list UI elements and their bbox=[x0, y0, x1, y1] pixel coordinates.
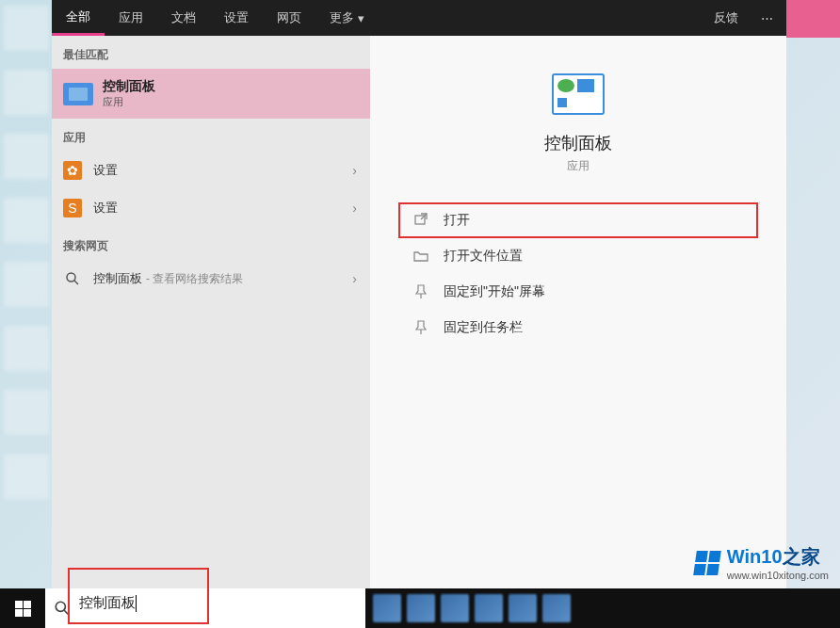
action-open-location-label: 打开文件位置 bbox=[444, 248, 523, 265]
desktop-icons-column bbox=[0, 0, 52, 584]
action-list: 打开 打开文件位置 固定到"开始"屏幕 固定到任务栏 bbox=[370, 174, 786, 346]
search-icon bbox=[63, 269, 82, 288]
search-input[interactable]: 控制面板 bbox=[79, 594, 365, 622]
chevron-right-icon: › bbox=[352, 201, 357, 216]
action-pin-taskbar[interactable]: 固定到任务栏 bbox=[398, 310, 758, 346]
taskbar-app-icon[interactable] bbox=[441, 594, 469, 622]
more-options-icon[interactable]: ⋯ bbox=[750, 11, 786, 25]
pin-icon bbox=[412, 320, 430, 335]
results-column: 最佳匹配 控制面板 应用 应用 ✿ 设置 › S 设置 › 搜索网页 控制面板 … bbox=[52, 36, 370, 591]
desktop-icon[interactable] bbox=[4, 198, 49, 243]
taskbar-pinned-apps bbox=[373, 588, 571, 628]
watermark-url: www.win10xitong.com bbox=[727, 570, 829, 581]
detail-title: 控制面板 bbox=[544, 132, 612, 154]
desktop-icon[interactable] bbox=[4, 6, 49, 51]
taskbar-app-icon[interactable] bbox=[373, 594, 401, 622]
gear-icon: ✿ bbox=[63, 161, 82, 180]
tab-documents[interactable]: 文档 bbox=[157, 0, 210, 36]
search-input-value: 控制面板 bbox=[79, 594, 136, 610]
web-result-item[interactable]: 控制面板 - 查看网络搜索结果 › bbox=[52, 260, 370, 298]
desktop-icon[interactable] bbox=[4, 134, 49, 179]
search-icon bbox=[45, 600, 79, 617]
svg-line-1 bbox=[74, 281, 78, 284]
open-icon bbox=[412, 213, 430, 228]
desktop-icon[interactable] bbox=[4, 454, 49, 499]
windows-logo-icon bbox=[693, 551, 721, 575]
taskbar-app-icon[interactable] bbox=[475, 594, 503, 622]
svg-point-4 bbox=[56, 602, 65, 611]
detail-column: 控制面板 应用 打开 打开文件位置 固定到"开始"屏幕 固定到任务栏 bbox=[370, 36, 786, 591]
svg-line-5 bbox=[64, 610, 69, 615]
section-web: 搜索网页 bbox=[52, 227, 370, 260]
app-result-item[interactable]: S 设置 › bbox=[52, 189, 370, 227]
best-match-title: 控制面板 bbox=[103, 78, 155, 95]
desktop-decoration bbox=[783, 0, 840, 38]
tab-apps[interactable]: 应用 bbox=[105, 0, 157, 36]
control-panel-large-icon bbox=[552, 73, 605, 115]
section-apps: 应用 bbox=[52, 119, 370, 152]
taskbar-search-box[interactable]: 控制面板 bbox=[45, 588, 365, 628]
taskbar-app-icon[interactable] bbox=[509, 594, 537, 622]
tab-all[interactable]: 全部 bbox=[52, 0, 105, 36]
gear-icon: S bbox=[63, 199, 82, 217]
folder-icon bbox=[412, 249, 430, 264]
taskbar-app-icon[interactable] bbox=[542, 594, 571, 622]
chevron-down-icon: ▾ bbox=[358, 11, 364, 25]
app-result-label: 设置 bbox=[93, 200, 118, 217]
start-button[interactable] bbox=[0, 588, 45, 628]
action-open-location[interactable]: 打开文件位置 bbox=[398, 238, 758, 274]
web-result-hint: - 查看网络搜索结果 bbox=[146, 271, 243, 287]
detail-subtitle: 应用 bbox=[567, 158, 590, 174]
watermark-title: Win10之家 bbox=[727, 544, 829, 570]
best-match-subtitle: 应用 bbox=[103, 95, 155, 109]
chevron-right-icon: › bbox=[352, 271, 357, 286]
desktop-icon[interactable] bbox=[4, 326, 49, 371]
watermark: Win10之家 www.win10xitong.com bbox=[695, 544, 829, 581]
web-result-label: 控制面板 bbox=[93, 270, 142, 287]
tab-more[interactable]: 更多 ▾ bbox=[315, 0, 379, 36]
action-pin-start[interactable]: 固定到"开始"屏幕 bbox=[398, 274, 758, 310]
best-match-item[interactable]: 控制面板 应用 bbox=[52, 69, 370, 119]
action-open-label: 打开 bbox=[444, 212, 470, 229]
desktop-icon[interactable] bbox=[4, 390, 49, 435]
control-panel-icon bbox=[63, 83, 93, 105]
svg-line-3 bbox=[421, 214, 427, 219]
feedback-link[interactable]: 反馈 bbox=[703, 9, 750, 26]
action-open[interactable]: 打开 bbox=[398, 202, 758, 238]
search-tab-bar: 全部 应用 文档 设置 网页 更多 ▾ 反馈 ⋯ bbox=[52, 0, 786, 36]
windows-logo-icon bbox=[15, 601, 31, 617]
taskbar-app-icon[interactable] bbox=[407, 594, 435, 622]
section-best-match: 最佳匹配 bbox=[52, 36, 370, 69]
app-result-label: 设置 bbox=[93, 162, 118, 179]
action-pin-start-label: 固定到"开始"屏幕 bbox=[444, 283, 545, 300]
app-result-item[interactable]: ✿ 设置 › bbox=[52, 152, 370, 189]
desktop-icon[interactable] bbox=[4, 70, 49, 115]
svg-point-0 bbox=[67, 273, 75, 282]
taskbar: 控制面板 bbox=[0, 588, 840, 628]
tab-more-label: 更多 bbox=[330, 9, 354, 26]
chevron-right-icon: › bbox=[352, 163, 357, 178]
action-pin-taskbar-label: 固定到任务栏 bbox=[444, 319, 523, 336]
tab-settings[interactable]: 设置 bbox=[210, 0, 263, 36]
pin-icon bbox=[412, 284, 430, 299]
tab-web[interactable]: 网页 bbox=[263, 0, 315, 36]
desktop-icon[interactable] bbox=[4, 262, 49, 307]
